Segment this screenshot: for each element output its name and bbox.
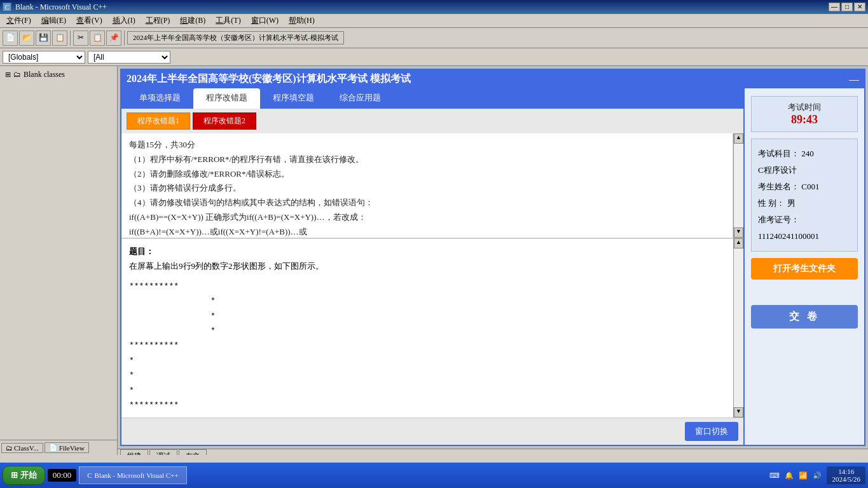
start-label: 开始: [20, 470, 37, 480]
window-title: Blank - Microsoft Visual C++: [15, 3, 107, 12]
expand-icon: ⊞: [5, 71, 11, 79]
timer-label: 考试时间: [757, 102, 852, 113]
time-value: 14:16: [832, 468, 860, 475]
timer-section: 考试时间 89:43: [751, 96, 858, 132]
pattern-line-7: *: [129, 368, 726, 383]
menu-build[interactable]: 组建(B): [175, 14, 210, 27]
tree-blank-classes[interactable]: ⊞ 🗂 Blank classes: [3, 69, 114, 81]
classview-icon: 🗂: [6, 444, 13, 452]
pattern-line-8: *: [129, 383, 726, 398]
sub-tab-fix-1[interactable]: 程序改错题1: [127, 112, 190, 130]
app-icon: C: [3, 3, 11, 11]
exam-subject-value: 240: [801, 149, 814, 158]
scroll-up-btn[interactable]: ▲: [734, 133, 743, 144]
tab-single-choice[interactable]: 单项选择题: [127, 88, 193, 109]
save-all-icon[interactable]: 📋: [52, 30, 67, 46]
q-scroll-up-btn[interactable]: ▲: [734, 238, 743, 248]
globals-combo[interactable]: [Globals]: [3, 51, 85, 64]
info-section: 考试科目： 240 C程序设计 考生姓名： C001 性 别： 男: [751, 139, 858, 252]
instruction-1: （1）程序中标有/*ERROR*/的程序行有错，请直接在该行修改。: [129, 153, 725, 166]
save-icon[interactable]: 💾: [36, 30, 51, 46]
exam-title-text: 2024年上半年全国高等学校(安徽考区)计算机水平考试 模拟考试: [127, 73, 411, 84]
menu-view[interactable]: 查看(V): [71, 14, 107, 27]
exam-title: 2024年上半年全国高等学校(安徽考区)计算机水平考试 模拟考试: [127, 72, 411, 86]
active-tab-window[interactable]: 2024年上半年全国高等学校（安徽考区）计算机水平考试-模拟考试: [127, 31, 344, 44]
window-switch-btn[interactable]: 窗口切换: [685, 422, 738, 441]
id-row: 准考证号： 111240241100001: [758, 212, 851, 245]
exam-subject-row: 考试科目： 240: [758, 146, 851, 162]
menu-edit[interactable]: 编辑(E): [36, 14, 71, 27]
gender-label: 性 别：: [758, 198, 785, 208]
all-combo[interactable]: [All: [88, 51, 170, 64]
pattern-line-3: *: [129, 309, 726, 323]
student-name-value: C001: [801, 182, 819, 191]
pattern-line-4: *: [129, 323, 726, 338]
open-icon[interactable]: 📂: [19, 30, 34, 46]
exam-window: 2024年上半年全国高等学校(安徽考区)计算机水平考试 模拟考试 — 单项选择题…: [120, 69, 865, 446]
menu-insert[interactable]: 插入(I): [107, 14, 141, 27]
gender-row: 性 别： 男: [758, 195, 851, 212]
class-tree: ⊞ 🗂 Blank classes: [0, 66, 117, 440]
center-panel: 2024年上半年全国高等学校(安徽考区)计算机水平考试 模拟考试 — 单项选择题…: [118, 66, 868, 455]
corner-time: 00:00: [48, 469, 77, 482]
menu-window[interactable]: 窗口(W): [246, 14, 284, 27]
minimize-button[interactable]: —: [829, 3, 840, 11]
question-scrollbar[interactable]: ▲ ▼: [733, 238, 743, 417]
scroll-down-btn[interactable]: ▼: [734, 227, 743, 238]
id-label: 准考证号：: [758, 215, 799, 224]
menu-tools[interactable]: 工具(T): [210, 14, 245, 27]
exam-titlebar: 2024年上半年全国高等学校(安徽考区)计算机水平考试 模拟考试 —: [121, 70, 864, 88]
toolbar-sep-1: [70, 30, 71, 46]
id-value: 111240241100001: [758, 231, 819, 241]
exam-subject-label: 考试科目：: [758, 149, 799, 158]
taskbar-right: ⌨ 🔔 📶 🔊 14:16 2024/5/26: [769, 466, 865, 484]
start-icon: ⊞: [11, 470, 18, 480]
pattern-line-2: *: [129, 294, 726, 308]
exam-minimize-btn[interactable]: —: [849, 74, 859, 85]
menu-file[interactable]: 文件(F): [1, 14, 36, 27]
start-button[interactable]: ⊞ 开始: [3, 466, 45, 485]
menu-help[interactable]: 帮助(H): [284, 14, 320, 27]
new-file-icon[interactable]: 📄: [3, 30, 18, 46]
classview-tab[interactable]: 🗂 ClassV...: [1, 443, 43, 453]
sub-tabs: 程序改错题1 程序改错题2: [121, 109, 743, 133]
taskbar-vc-window[interactable]: C Blank - Microsoft Visual C++: [79, 466, 186, 484]
date-value: 2024/5/26: [832, 475, 860, 483]
sub-tab-fix-2[interactable]: 程序改错题2: [193, 112, 256, 130]
instruction-2: （2）请勿删除或修改/*ERROR*/错误标志。: [129, 168, 725, 181]
bottom-tab-debug[interactable]: 调试: [149, 449, 177, 455]
tab-comprehensive[interactable]: 综合应用题: [327, 88, 394, 109]
instructions-scrollbar[interactable]: ▲ ▼: [733, 133, 743, 238]
paste-icon[interactable]: 📌: [106, 30, 121, 46]
switch-btn-area: 窗口切换: [121, 417, 743, 445]
main-area: ⊞ 🗂 Blank classes 🗂 ClassV... 📄 FileView…: [0, 66, 868, 455]
fileview-tab[interactable]: 📄 FileView: [45, 442, 89, 453]
combo-row: [Globals] [All: [0, 48, 868, 66]
time-display: 14:16 2024/5/26: [827, 466, 865, 484]
instruction-3: （3）请勿将错误行分成多行。: [129, 182, 725, 195]
bottom-tab-infile[interactable]: 在文: [179, 449, 207, 455]
menu-project[interactable]: 工程(P): [141, 14, 176, 27]
exam-type-row: C程序设计: [758, 162, 851, 179]
question-title: 题目：: [129, 244, 726, 259]
instruction-4: （4）请勿修改错误语句的结构或其中表达式的结构，如错误语句：: [129, 196, 725, 210]
pattern-line-6: *: [129, 353, 726, 368]
cut-icon[interactable]: ✂: [73, 30, 88, 46]
maximize-button[interactable]: □: [841, 3, 853, 11]
close-button[interactable]: ✕: [854, 3, 865, 11]
tab-program-fill[interactable]: 程序填空题: [260, 88, 327, 109]
copy-icon[interactable]: 📋: [90, 30, 105, 46]
tab-program-fix[interactable]: 程序改错题: [193, 88, 260, 109]
gender-value: 男: [787, 198, 796, 208]
blank-classes-label: Blank classes: [24, 70, 65, 79]
bottom-tab-build[interactable]: 组建: [120, 449, 148, 455]
timer-value: 89:43: [757, 113, 852, 126]
title-bar: C Blank - Microsoft Visual C++ — □ ✕: [0, 0, 868, 14]
q-scroll-down-btn[interactable]: ▼: [734, 407, 743, 417]
pattern-line-1: **********: [129, 279, 726, 294]
class-icon: 🗂: [13, 70, 21, 79]
question-text: 题目： 在屏幕上输出9行9列的数字2形状图形，如下图所示。 **********…: [121, 238, 733, 417]
student-name-label: 考生姓名：: [758, 182, 799, 191]
submit-btn[interactable]: 交 卷: [751, 305, 858, 329]
open-folder-btn[interactable]: 打开考生文件夹: [751, 258, 858, 280]
